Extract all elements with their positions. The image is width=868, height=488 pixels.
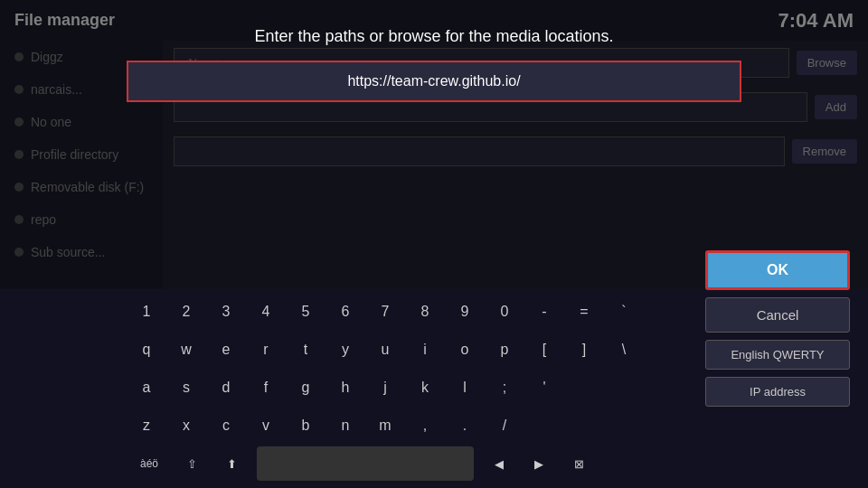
- key-left[interactable]: ◀: [479, 446, 519, 481]
- key-m[interactable]: m: [365, 408, 405, 443]
- ip-address-button[interactable]: IP address: [705, 377, 850, 407]
- key-backslash[interactable]: \: [604, 333, 644, 367]
- keyboard-row-special: àéö ⇧ ⬆ ◀ ▶ ⊠: [0, 445, 868, 483]
- key-8[interactable]: 8: [405, 295, 445, 329]
- keyboard-layout-button[interactable]: English QWERTY: [705, 340, 850, 370]
- shift-key[interactable]: ⬆: [212, 446, 251, 481]
- key-w[interactable]: w: [166, 333, 206, 367]
- key-right[interactable]: ▶: [519, 446, 559, 481]
- key-3[interactable]: 3: [206, 295, 246, 329]
- key-9[interactable]: 9: [445, 295, 485, 329]
- key-backtick[interactable]: `: [604, 295, 644, 329]
- key-o[interactable]: o: [445, 333, 485, 367]
- key-q[interactable]: q: [127, 333, 166, 367]
- url-input[interactable]: [130, 64, 738, 99]
- key-i[interactable]: i: [405, 333, 445, 367]
- key-2[interactable]: 2: [166, 295, 206, 329]
- key-accents[interactable]: àéö: [127, 446, 172, 481]
- key-minus[interactable]: -: [524, 295, 564, 329]
- key-special-char[interactable]: ⇧: [172, 446, 212, 481]
- key-7[interactable]: 7: [365, 295, 405, 329]
- key-t[interactable]: t: [286, 333, 326, 367]
- key-y[interactable]: y: [326, 333, 365, 367]
- key-z[interactable]: z: [127, 408, 166, 443]
- key-n[interactable]: n: [326, 408, 365, 443]
- key-d[interactable]: d: [206, 371, 246, 405]
- key-s[interactable]: s: [166, 371, 206, 405]
- spacebar[interactable]: [257, 446, 474, 481]
- key-0[interactable]: 0: [485, 295, 524, 329]
- dialog-prompt: Enter the paths or browse for the media …: [254, 27, 613, 46]
- url-input-container: [127, 61, 741, 102]
- action-buttons-panel: OK Cancel English QWERTY IP address: [705, 250, 850, 407]
- key-comma[interactable]: ,: [405, 408, 445, 443]
- key-v[interactable]: v: [246, 408, 286, 443]
- key-rbracket[interactable]: ]: [564, 333, 604, 367]
- key-6[interactable]: 6: [326, 295, 365, 329]
- key-f[interactable]: f: [246, 371, 286, 405]
- key-u[interactable]: u: [365, 333, 405, 367]
- key-5[interactable]: 5: [286, 295, 326, 329]
- key-e[interactable]: e: [206, 333, 246, 367]
- key-equals[interactable]: =: [564, 295, 604, 329]
- key-g[interactable]: g: [286, 371, 326, 405]
- key-1[interactable]: 1: [127, 295, 166, 329]
- key-period[interactable]: .: [445, 408, 485, 443]
- key-k[interactable]: k: [405, 371, 445, 405]
- key-x[interactable]: x: [166, 408, 206, 443]
- key-quote[interactable]: ': [524, 371, 564, 405]
- key-slash[interactable]: /: [485, 408, 524, 443]
- key-r[interactable]: r: [246, 333, 286, 367]
- backspace-key[interactable]: ⊠: [559, 446, 599, 481]
- keyboard-row-zxcv: z x c v b n m , . /: [0, 407, 868, 445]
- key-lbracket[interactable]: [: [524, 333, 564, 367]
- ok-button[interactable]: OK: [705, 250, 850, 290]
- key-4[interactable]: 4: [246, 295, 286, 329]
- key-a[interactable]: a: [127, 371, 166, 405]
- key-h[interactable]: h: [326, 371, 365, 405]
- key-l[interactable]: l: [445, 371, 485, 405]
- key-c[interactable]: c: [206, 408, 246, 443]
- cancel-button[interactable]: Cancel: [705, 297, 850, 333]
- key-p[interactable]: p: [485, 333, 524, 367]
- key-semicolon[interactable]: ;: [485, 371, 524, 405]
- key-b[interactable]: b: [286, 408, 326, 443]
- key-j[interactable]: j: [365, 371, 405, 405]
